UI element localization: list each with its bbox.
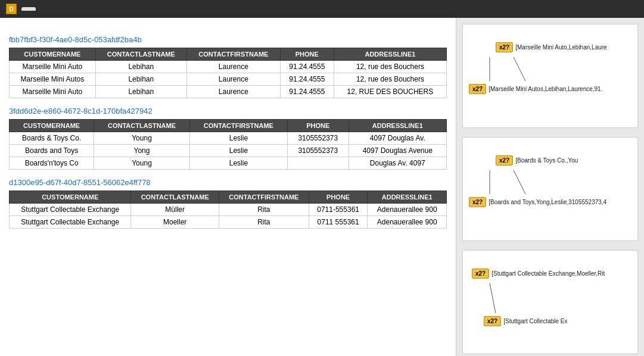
table-column-header: CUSTOMERNAME	[10, 191, 131, 204]
table-column-header: PHONE	[309, 191, 368, 204]
table-cell: 91.24.4555	[280, 86, 334, 98]
table-row[interactable]: Stuttgart Collectable ExchangeMüllerRita…	[10, 204, 447, 216]
node-badge: x2?	[472, 268, 489, 279]
table-cell: 0711 555361	[309, 216, 368, 229]
main-content: fbb7fbf3-f30f-4ae0-8d5c-053afdf2ba4bCUST…	[0, 18, 644, 356]
table-cell: Young	[94, 132, 190, 145]
table-cell: 91.24.4555	[280, 73, 334, 86]
table-cell	[288, 157, 349, 170]
table-cell: Marseille Mini Autos	[10, 73, 96, 86]
group-uuid-2[interactable]: d1300e95-d67f-40d7-8551-56062e4ff778	[9, 178, 447, 187]
table-cell: Rita	[219, 216, 309, 229]
group-uuid-1[interactable]: 3fdd6d2e-e860-4672-8c1d-170bfa427942	[9, 107, 447, 115]
table-cell: 3105552373	[288, 132, 349, 145]
table-cell: Rita	[219, 204, 309, 216]
node-badge: x2?	[496, 155, 513, 165]
table-cell: Marseille Mini Auto	[10, 86, 96, 98]
node-label: [Marseille Mini Auto,Lebihan,Laure	[515, 44, 606, 51]
table-cell: Laurence	[186, 61, 280, 73]
node-badge: x2?	[469, 84, 486, 94]
table-column-header: PHONE	[280, 48, 334, 61]
node-label: [Boards & Toys Co.,You	[515, 157, 578, 164]
svg-line-4	[490, 283, 496, 313]
table-cell: 3105552373	[288, 145, 349, 157]
table-cell: Young	[94, 157, 190, 170]
graph-node-1-0: x2?[Boards & Toys Co.,You	[496, 155, 578, 165]
graph-lines	[463, 24, 637, 127]
node-badge: x2?	[469, 197, 486, 207]
table-cell: 4097 Douglas Av.	[349, 132, 446, 145]
table-cell: Boards'n'toys Co	[10, 157, 94, 170]
graph-node-0-0: x2?[Marseille Mini Auto,Lebihan,Laure	[496, 42, 607, 52]
table-column-header: ADDRESSLINE1	[368, 191, 447, 204]
graph-container-0: x2?[Marseille Mini Auto,Lebihan,Laurex2?…	[462, 24, 638, 128]
node-label: [Stuttgart Collectable Exchange,Moeller,…	[491, 270, 605, 277]
graph-container-2: x2?[Stuttgart Collectable Exchange,Moell…	[462, 250, 638, 354]
node-badge: x2?	[496, 42, 513, 52]
table-cell: Boards and Toys	[10, 145, 94, 157]
table-column-header: CUSTOMERNAME	[10, 120, 94, 132]
table-cell: Leslie	[189, 157, 287, 170]
svg-line-2	[514, 170, 525, 194]
table-column-header: CONTACTFIRSTNAME	[186, 48, 280, 61]
table-cell: Müller	[131, 204, 219, 216]
graph-lines	[463, 251, 637, 354]
table-column-header: ADDRESSLINE1	[334, 48, 446, 61]
table-cell: Stuttgart Collectable Exchange	[10, 216, 131, 229]
table-cell: Lebihan	[95, 61, 186, 73]
svg-line-0	[514, 57, 525, 81]
table-cell: Leslie	[189, 132, 287, 145]
table-column-header: CONTACTLASTNAME	[94, 120, 190, 132]
table-cell: Adenauerallee 900	[368, 216, 447, 229]
group-uuid-0[interactable]: fbb7fbf3-f30f-4ae0-8d5c-053afdf2ba4b	[9, 35, 447, 44]
app-icon: D	[6, 4, 17, 14]
table-column-header: CONTACTLASTNAME	[95, 48, 186, 61]
dup-table-1: CUSTOMERNAMECONTACTLASTNAMECONTACTFIRSTN…	[9, 119, 447, 170]
table-cell: Moeller	[131, 216, 219, 229]
table-cell: 12, rue des Bouchers	[334, 73, 446, 86]
table-cell: Lebihan	[95, 73, 186, 86]
dup-table-2: CUSTOMERNAMECONTACTLASTNAMECONTACTFIRSTN…	[9, 191, 447, 229]
table-row[interactable]: Marseille Mini AutosLebihanLaurence91.24…	[10, 73, 447, 86]
table-cell: Lebihan	[95, 86, 186, 98]
table-column-header: CONTACTFIRSTNAME	[219, 191, 309, 204]
window-tab[interactable]	[21, 7, 36, 11]
table-row[interactable]: Boards'n'toys CoYoungLeslieDouglas Av. 4…	[10, 157, 447, 170]
table-cell: Leslie	[189, 145, 287, 157]
graph-node-2-1: x2?[Stuttgart Collectable Ex	[484, 316, 568, 326]
table-cell: 12, RUE DES BOUCHERS	[334, 86, 446, 98]
table-cell: 4097 Douglas Avenue	[349, 145, 446, 157]
table-column-header: CONTACTFIRSTNAME	[189, 120, 287, 132]
table-cell: Yong	[94, 145, 190, 157]
graph-container-1: x2?[Boards & Toys Co.,Youx2?[Boards and …	[462, 137, 638, 241]
right-panel: x2?[Marseille Mini Auto,Lebihan,Laurex2?…	[456, 18, 644, 356]
table-row[interactable]: Marseille Mini AutoLebihanLaurence91.24.…	[10, 86, 447, 98]
table-cell: 12, rue des Bouchers	[334, 61, 446, 73]
table-cell: Douglas Av. 4097	[349, 157, 446, 170]
graph-lines	[463, 138, 637, 241]
table-column-header: CUSTOMERNAME	[10, 48, 96, 61]
table-row[interactable]: Boards and ToysYongLeslie31055523734097 …	[10, 145, 447, 157]
node-label: [Boards and Toys,Yong,Leslie,3105552373,…	[489, 199, 606, 205]
table-cell: 0711-555361	[309, 204, 368, 216]
table-cell: Adenauerallee 900	[368, 204, 447, 216]
table-cell: Boards & Toys Co.	[10, 132, 94, 145]
table-cell: Marseille Mini Auto	[10, 61, 96, 73]
table-cell: Stuttgart Collectable Exchange	[10, 204, 131, 216]
table-cell: Laurence	[186, 86, 280, 98]
table-row[interactable]: Marseille Mini AutoLebihanLaurence91.24.…	[10, 61, 447, 73]
dup-table-0: CUSTOMERNAMECONTACTLASTNAMECONTACTFIRSTN…	[9, 48, 447, 98]
groups-container: fbb7fbf3-f30f-4ae0-8d5c-053afdf2ba4bCUST…	[9, 35, 447, 229]
table-row[interactable]: Stuttgart Collectable ExchangeMoellerRit…	[10, 216, 447, 229]
graph-node-0-1: x2?[Marseille Mini Autos,Lebihan,Laurenc…	[469, 84, 602, 94]
table-cell: 91.24.4555	[280, 61, 334, 73]
table-row[interactable]: Boards & Toys Co.YoungLeslie310555237340…	[10, 132, 447, 145]
node-label: [Marseille Mini Autos,Lebihan,Laurence,9…	[489, 86, 602, 92]
left-panel: fbb7fbf3-f30f-4ae0-8d5c-053afdf2ba4bCUST…	[0, 18, 456, 356]
titlebar: D	[0, 0, 644, 18]
node-label: [Stuttgart Collectable Ex	[503, 318, 567, 324]
graph-node-1-1: x2?[Boards and Toys,Yong,Leslie,31055523…	[469, 197, 606, 207]
graph-node-2-0: x2?[Stuttgart Collectable Exchange,Moell…	[472, 268, 605, 279]
table-column-header: PHONE	[288, 120, 349, 132]
table-column-header: ADDRESSLINE1	[349, 120, 446, 132]
